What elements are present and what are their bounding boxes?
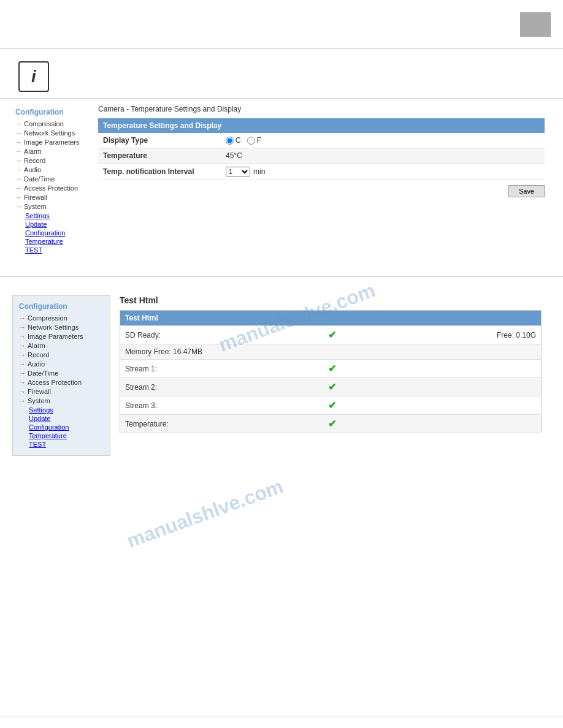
test-cell-sd-ready-value: ✔ Free: 0.10G (323, 326, 542, 344)
row-label-interval: Temp. notification Interval (98, 164, 221, 180)
sublink-settings[interactable]: Settings (25, 212, 89, 219)
watermark-2: manualshlve.com (124, 475, 286, 553)
logo-box (520, 12, 551, 37)
sidebar-2: Configuration → Compression → Network Se… (12, 295, 110, 456)
row-label-temperature: Temperature (98, 148, 221, 164)
content-area-1: Camera - Temperature Settings and Displa… (92, 105, 551, 258)
sublink-update[interactable]: Update (25, 221, 89, 228)
sidebar-1: Configuration → Compression → Network Se… (12, 105, 92, 258)
radio-c[interactable] (226, 137, 234, 145)
radio-f[interactable] (247, 137, 255, 145)
test-html-title: Test Html (120, 295, 542, 305)
sublink-test[interactable]: TEST (25, 246, 89, 254)
main-panel-2: Configuration → Compression → Network Se… (0, 289, 563, 462)
sublink2-settings[interactable]: Settings (29, 406, 104, 414)
settings-table: Temperature Settings and Display Display… (98, 118, 545, 180)
row-value-interval: 1 2 5 10 min (221, 164, 545, 180)
interval-unit: min (253, 167, 265, 176)
arrow-icon: → (19, 342, 26, 349)
sidebar2-item-alarm[interactable]: → Alarm (19, 342, 104, 349)
arrow-icon: → (15, 120, 22, 127)
radio-group-display-type: C F (226, 136, 540, 145)
row-display-type: Display Type C F (98, 133, 545, 148)
test-cell-stream1-label: Stream 1: (120, 360, 323, 378)
radio-f-label[interactable]: F (247, 136, 261, 145)
test-cell-stream3-value: ✔ (323, 396, 542, 415)
sidebar2-item-access-protection[interactable]: → Access Protection (19, 379, 104, 386)
sidebar-item-compression[interactable]: → Compression (15, 120, 89, 127)
test-cell-stream2-value: ✔ (323, 378, 542, 396)
arrow-icon: → (19, 333, 26, 340)
page-title-1: Camera - Temperature Settings and Displa… (98, 105, 545, 113)
row-interval: Temp. notification Interval 1 2 5 10 min (98, 164, 545, 180)
test-cell-temperature-label: Temperature: (120, 415, 323, 433)
sublink-configuration[interactable]: Configuration (25, 229, 89, 237)
sidebar-item-datetime[interactable]: → Date/Time (15, 175, 89, 183)
check-icon-stream1: ✔ (328, 363, 336, 374)
arrow-icon: → (15, 129, 22, 137)
arrow-icon: → (15, 157, 22, 164)
test-row-temperature: Temperature: ✔ (120, 415, 542, 433)
sidebar-1-title: Configuration (15, 108, 89, 116)
arrow-icon: → (19, 397, 26, 404)
check-icon-temperature: ✔ (328, 419, 336, 429)
test-row-sd-ready: SD Ready: ✔ Free: 0.10G (120, 326, 542, 344)
sidebar-item-access-protection[interactable]: → Access Protection (15, 184, 89, 192)
sidebar-item-audio[interactable]: → Audio (15, 166, 89, 173)
arrow-icon: → (15, 148, 22, 155)
test-row-stream3: Stream 3: ✔ (120, 396, 542, 415)
sublink2-update[interactable]: Update (29, 415, 104, 422)
radio-c-label[interactable]: C (226, 136, 241, 145)
test-cell-sd-ready-label: SD Ready: (120, 326, 323, 344)
arrow-icon: → (15, 166, 22, 173)
sublink2-configuration[interactable]: Configuration (29, 423, 104, 431)
sidebar2-item-compression[interactable]: → Compression (19, 314, 104, 322)
content-area-2: Test Html Test Html SD Ready: ✔ Free: 0.… (110, 295, 551, 456)
interval-select[interactable]: 1 2 5 10 (226, 167, 250, 176)
sidebar-item-record[interactable]: → Record (15, 157, 89, 164)
sublink2-temperature[interactable]: Temperature (29, 432, 104, 439)
test-table-header: Test Html (120, 311, 542, 326)
arrow-icon: → (19, 314, 26, 322)
test-row-stream1: Stream 1: ✔ (120, 360, 542, 378)
sidebar2-item-audio[interactable]: → Audio (19, 360, 104, 368)
arrow-icon: → (15, 184, 22, 192)
arrow-icon: → (19, 324, 26, 331)
arrow-icon: → (15, 194, 22, 201)
sidebar-item-alarm[interactable]: → Alarm (15, 148, 89, 155)
sidebar2-item-network-settings[interactable]: → Network Settings (19, 324, 104, 331)
sublink2-test[interactable]: TEST (29, 441, 104, 448)
check-icon-stream3: ✔ (328, 400, 336, 411)
test-row-memory-free: Memory Free: 16.47MB (120, 344, 542, 360)
sidebar2-item-system[interactable]: → System (19, 397, 104, 404)
sidebar2-item-firewall[interactable]: → Firewall (19, 388, 104, 395)
test-row-stream2: Stream 2: ✔ (120, 378, 542, 396)
sidebar2-item-datetime[interactable]: → Date/Time (19, 370, 104, 377)
sidebar-2-title: Configuration (19, 302, 104, 311)
sidebar2-item-image-parameters[interactable]: → Image Parameters (19, 333, 104, 340)
main-panel-1: Configuration → Compression → Network Se… (0, 99, 563, 264)
sidebar-item-network-settings[interactable]: → Network Settings (15, 129, 89, 137)
row-label-display-type: Display Type (98, 133, 221, 148)
save-btn-row: Save (98, 185, 545, 197)
interval-group: 1 2 5 10 min (226, 167, 540, 176)
sidebar-item-firewall[interactable]: → Firewall (15, 194, 89, 201)
sd-ready-extra: Free: 0.10G (497, 331, 536, 339)
arrow-icon: → (19, 379, 26, 386)
sidebar2-item-record[interactable]: → Record (19, 351, 104, 358)
save-button[interactable]: Save (508, 185, 545, 197)
arrow-icon: → (15, 175, 22, 183)
arrow-icon: → (15, 138, 22, 146)
test-cell-stream1-value: ✔ (323, 360, 542, 378)
test-cell-stream2-label: Stream 2: (120, 378, 323, 396)
sidebar-sublinks-2: Settings Update Configuration Temperatur… (19, 406, 104, 448)
test-cell-memory-free: Memory Free: 16.47MB (120, 344, 542, 360)
table-header: Temperature Settings and Display (98, 118, 545, 133)
info-icon: i (18, 61, 49, 92)
section-separator (0, 276, 563, 277)
row-value-display-type: C F (221, 133, 545, 148)
sidebar-item-system[interactable]: → System (15, 203, 89, 210)
check-icon-sd-ready: ✔ (328, 329, 336, 341)
sublink-temperature[interactable]: Temperature (25, 238, 89, 245)
sidebar-item-image-parameters[interactable]: → Image Parameters (15, 138, 89, 146)
